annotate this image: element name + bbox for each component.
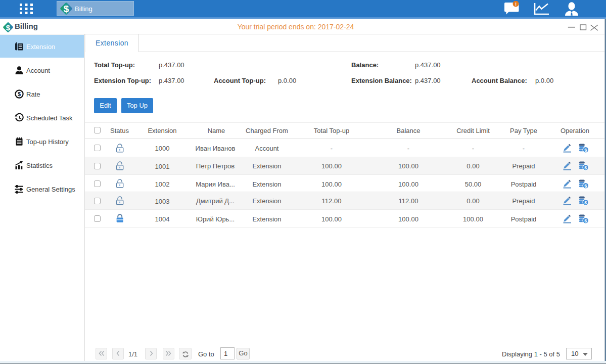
svg-text:$: $ [18,91,21,97]
svg-text:!: ! [515,1,517,7]
svg-text:$: $ [6,23,11,32]
svg-text:$: $ [64,4,69,14]
